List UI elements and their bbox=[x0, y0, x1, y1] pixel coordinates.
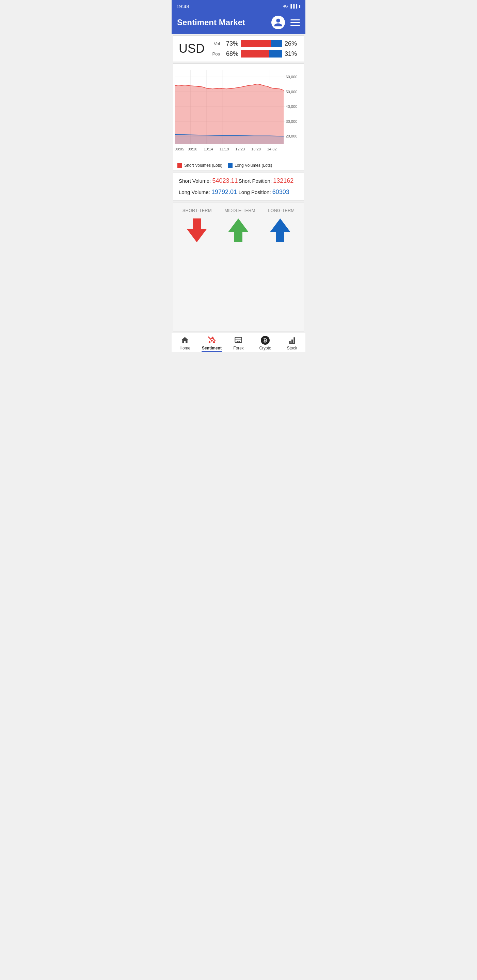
short-term-label: SHORT-TERM bbox=[182, 208, 212, 213]
svg-text:09:10: 09:10 bbox=[188, 147, 198, 151]
chart-svg: 60,000 50,000 40,000 30,000 20,000 08:05… bbox=[175, 66, 302, 162]
vol-bar-blue bbox=[271, 40, 282, 47]
forex-icon bbox=[234, 336, 243, 345]
bitcoin-icon bbox=[262, 337, 268, 343]
svg-text:11:19: 11:19 bbox=[220, 147, 229, 151]
short-volume-value: 54023.11 bbox=[212, 177, 238, 184]
long-volume-value: 19792.01 bbox=[211, 189, 237, 195]
svg-text:12:23: 12:23 bbox=[235, 147, 245, 151]
stock-icon bbox=[288, 336, 297, 345]
stats-card: Short Volume: 54023.11 Short Position: 1… bbox=[173, 172, 304, 201]
middle-term-label: MIDDLE-TERM bbox=[224, 208, 255, 213]
svg-marker-25 bbox=[270, 218, 290, 242]
svg-text:50,000: 50,000 bbox=[286, 90, 297, 94]
long-position-value: 60303 bbox=[272, 189, 289, 195]
vol-bar bbox=[241, 40, 282, 47]
long-volume-item: Long Volume: 19792.01 bbox=[179, 189, 239, 196]
legend-long-color bbox=[228, 163, 233, 168]
header-actions bbox=[271, 16, 300, 29]
nav-crypto-label: Crypto bbox=[259, 346, 271, 350]
nav-stock[interactable]: Stock bbox=[282, 336, 302, 350]
status-bar: 19:48 4G ▐▐▐ ▮ bbox=[172, 0, 305, 12]
svg-point-26 bbox=[209, 341, 211, 343]
svg-point-28 bbox=[213, 341, 215, 343]
legend-long: Long Volumes (Lots) bbox=[228, 163, 272, 168]
legend-short-label: Short Volumes (Lots) bbox=[184, 163, 222, 168]
vol-right-pct: 26% bbox=[285, 40, 298, 47]
nav-home[interactable]: Home bbox=[175, 336, 195, 350]
menu-button[interactable] bbox=[290, 19, 300, 26]
svg-marker-23 bbox=[187, 218, 207, 242]
pos-bar-blue bbox=[269, 50, 282, 57]
up-arrow-blue-icon bbox=[270, 218, 290, 242]
svg-text:20,000: 20,000 bbox=[286, 134, 297, 138]
down-arrow-red-icon bbox=[187, 218, 207, 242]
vol-label: Vol bbox=[211, 41, 220, 46]
signal-bars-icon: ▐▐▐ bbox=[289, 4, 297, 8]
legend-long-label: Long Volumes (Lots) bbox=[235, 163, 272, 168]
nav-home-label: Home bbox=[179, 346, 190, 350]
bottom-nav: Home Sentiment Forex Crypto bbox=[172, 333, 305, 352]
profile-button[interactable] bbox=[271, 16, 285, 29]
long-position-item: Long Position: 60303 bbox=[239, 189, 298, 196]
short-position-value: 132162 bbox=[273, 177, 294, 184]
sentiment-icon bbox=[207, 336, 216, 345]
pos-right-pct: 31% bbox=[285, 50, 298, 57]
svg-text:40,000: 40,000 bbox=[286, 105, 297, 108]
nav-crypto[interactable]: Crypto bbox=[255, 336, 276, 350]
chart-area: 60,000 50,000 40,000 30,000 20,000 08:05… bbox=[175, 66, 302, 162]
svg-text:14:32: 14:32 bbox=[267, 147, 277, 151]
battery-icon: ▮ bbox=[298, 4, 301, 8]
nav-sentiment-label: Sentiment bbox=[202, 346, 222, 350]
pos-bar bbox=[241, 50, 282, 57]
pos-bar-red bbox=[241, 50, 269, 57]
chart-card: 60,000 50,000 40,000 30,000 20,000 08:05… bbox=[173, 63, 304, 171]
nav-forex-label: Forex bbox=[233, 346, 244, 350]
short-position-item: Short Position: 132162 bbox=[239, 177, 298, 185]
home-icon bbox=[180, 336, 189, 345]
app-header: Sentiment Market bbox=[172, 12, 305, 34]
svg-text:60,000: 60,000 bbox=[286, 75, 297, 79]
vol-row: Vol 73% 26% bbox=[211, 40, 298, 47]
vol-bar-red bbox=[241, 40, 271, 47]
term-arrows bbox=[176, 218, 301, 243]
pos-left-pct: 68% bbox=[223, 50, 238, 57]
long-position-label: Long Position: bbox=[239, 189, 271, 195]
long-term-label: LONG-TERM bbox=[268, 208, 295, 213]
middle-term-arrow bbox=[228, 218, 249, 243]
nav-active-indicator bbox=[201, 351, 222, 352]
status-icons: 4G ▐▐▐ ▮ bbox=[283, 4, 301, 8]
pos-row: Pos 68% 31% bbox=[211, 50, 298, 57]
long-volume-label: Long Volume: bbox=[179, 189, 210, 195]
status-time: 19:48 bbox=[176, 3, 189, 9]
vol-left-pct: 73% bbox=[223, 40, 238, 47]
nav-forex[interactable]: Forex bbox=[228, 336, 249, 350]
svg-text:30,000: 30,000 bbox=[286, 119, 297, 124]
currency-stats: Vol 73% 26% Pos 68% 31% bbox=[211, 40, 298, 57]
term-analysis-card: SHORT-TERM MIDDLE-TERM LONG-TERM bbox=[173, 202, 304, 331]
svg-text:13:28: 13:28 bbox=[251, 147, 261, 151]
short-volume-item: Short Volume: 54023.11 bbox=[179, 177, 239, 185]
pos-label: Pos bbox=[211, 51, 220, 56]
short-term-arrow bbox=[187, 218, 207, 243]
svg-rect-29 bbox=[235, 337, 242, 342]
profile-icon bbox=[273, 18, 283, 27]
stats-grid: Short Volume: 54023.11 Short Position: 1… bbox=[179, 177, 298, 196]
svg-marker-24 bbox=[228, 218, 249, 242]
network-icon: 4G bbox=[283, 4, 288, 8]
app-title: Sentiment Market bbox=[177, 18, 245, 27]
svg-text:10:14: 10:14 bbox=[204, 147, 213, 151]
currency-name: USD bbox=[179, 41, 205, 56]
legend-short-color bbox=[177, 163, 182, 168]
crypto-icon bbox=[261, 336, 270, 345]
short-position-label: Short Position: bbox=[239, 178, 272, 184]
nav-sentiment[interactable]: Sentiment bbox=[201, 336, 222, 350]
term-header: SHORT-TERM MIDDLE-TERM LONG-TERM bbox=[176, 208, 301, 213]
svg-point-27 bbox=[211, 340, 212, 341]
long-term-arrow bbox=[270, 218, 290, 243]
up-arrow-green-icon bbox=[228, 218, 249, 242]
legend-short: Short Volumes (Lots) bbox=[177, 163, 222, 168]
currency-card: USD Vol 73% 26% Pos 68% 31% bbox=[173, 35, 304, 62]
nav-stock-label: Stock bbox=[287, 346, 297, 350]
chart-legend: Short Volumes (Lots) Long Volumes (Lots) bbox=[175, 162, 302, 169]
